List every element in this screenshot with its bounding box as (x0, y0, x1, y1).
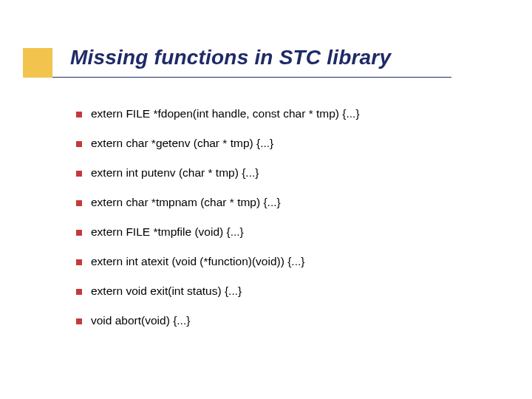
list-item: extern int putenv (char * tmp) {...} (76, 166, 490, 180)
code-line: extern int putenv (char * tmp) {...} (91, 166, 259, 180)
bullet-icon (76, 171, 82, 177)
list-item: extern void exit(int status) {...} (76, 284, 490, 298)
code-line: void abort(void) {...} (91, 314, 190, 327)
bullet-icon (76, 289, 82, 295)
list-item: extern FILE *fdopen(int handle, const ch… (76, 107, 490, 120)
bullet-icon (76, 200, 82, 206)
bullet-icon (76, 318, 82, 324)
bullet-icon (76, 230, 82, 236)
list-item: extern int atexit (void (*function)(void… (76, 255, 490, 268)
slide: Missing functions in STC library extern … (0, 0, 532, 399)
accent-square (23, 48, 52, 78)
bullet-icon (76, 259, 82, 265)
code-line: extern char *getenv (char * tmp) {...} (91, 137, 273, 150)
list-item: extern char *tmpnam (char * tmp) {...} (76, 196, 490, 209)
list-item: extern char *getenv (char * tmp) {...} (76, 137, 490, 150)
code-line: extern void exit(int status) {...} (91, 284, 242, 298)
code-line: extern FILE *fdopen(int handle, const ch… (91, 107, 360, 120)
content-list: extern FILE *fdopen(int handle, const ch… (76, 107, 490, 344)
title-underline (52, 77, 451, 78)
code-line: extern char *tmpnam (char * tmp) {...} (91, 196, 281, 209)
bullet-icon (76, 141, 82, 147)
code-line: extern FILE *tmpfile (void) {...} (91, 225, 244, 239)
bullet-icon (76, 112, 82, 117)
page-title: Missing functions in STC library (70, 46, 391, 69)
list-item: extern FILE *tmpfile (void) {...} (76, 225, 490, 239)
code-line: extern int atexit (void (*function)(void… (91, 255, 304, 268)
list-item: void abort(void) {...} (76, 314, 490, 327)
